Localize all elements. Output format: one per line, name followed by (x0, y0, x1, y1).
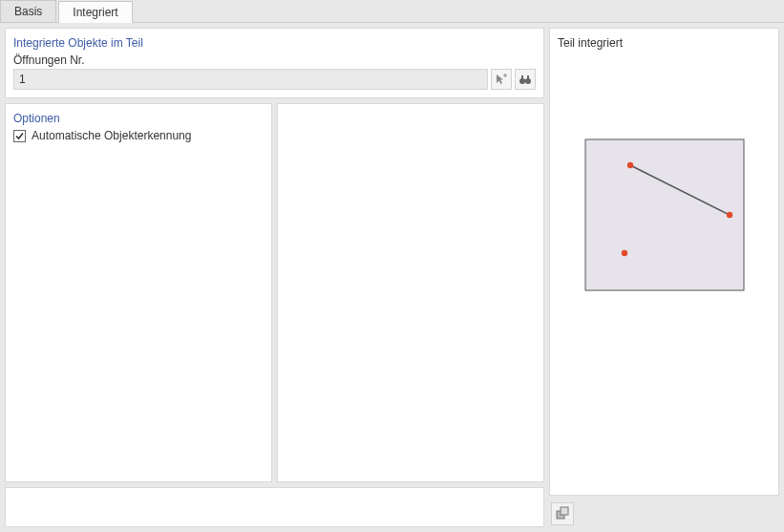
auto-detect-label: Automatische Objekterkennung (32, 129, 191, 142)
options-panel: Optionen Automatische Objekterkennung (5, 103, 272, 482)
stack-icon (555, 505, 570, 523)
svg-point-11 (621, 250, 626, 256)
integrated-objects-panel: Integrierte Objekte im Teil Öffnungen Nr… (5, 28, 544, 98)
openings-input[interactable] (13, 69, 488, 90)
tab-basis[interactable]: Basis (0, 0, 56, 22)
tab-integriert[interactable]: Integriert (58, 1, 132, 23)
binoculars-icon (519, 73, 532, 86)
action-strip (549, 500, 779, 527)
svg-rect-13 (561, 507, 568, 515)
part-preview (584, 138, 745, 291)
preview-title: Teil integriert (558, 36, 771, 50)
svg-rect-5 (527, 75, 529, 79)
pick-button[interactable] (491, 69, 512, 90)
svg-rect-4 (521, 75, 523, 79)
empty-panel (277, 103, 544, 482)
preview-panel: Teil integriert (549, 28, 779, 496)
svg-point-10 (726, 212, 731, 218)
tab-bar: Basis Integriert (0, 0, 784, 23)
options-title: Optionen (13, 112, 264, 125)
svg-rect-6 (523, 79, 527, 81)
svg-point-9 (626, 162, 632, 168)
bottom-strip-panel (5, 487, 544, 527)
auto-detect-checkbox[interactable] (13, 130, 26, 142)
openings-label: Öffnungen Nr. (13, 53, 536, 67)
arrow-cursor-icon (495, 73, 508, 86)
integrated-objects-title: Integrierte Objekte im Teil (13, 36, 536, 50)
svg-rect-7 (585, 139, 744, 290)
apply-button[interactable] (551, 502, 574, 525)
find-button[interactable] (515, 69, 536, 90)
